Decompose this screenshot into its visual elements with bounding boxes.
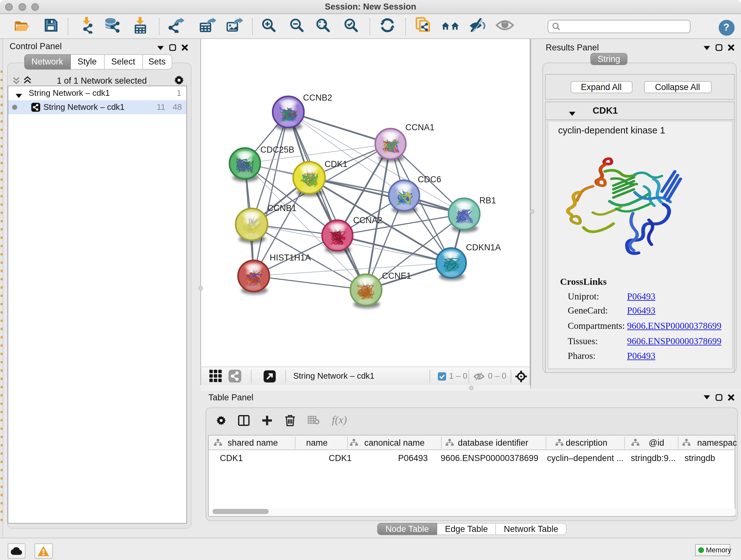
svg-text:CCNA2: CCNA2 xyxy=(353,215,382,225)
svg-text:RB1: RB1 xyxy=(479,196,496,205)
svg-text:CCNB1: CCNB1 xyxy=(267,203,296,213)
svg-text:CCNB2: CCNB2 xyxy=(302,93,332,103)
svg-text:HIST1H1A: HIST1H1A xyxy=(269,253,311,262)
svg-text:CDC6: CDC6 xyxy=(417,175,441,184)
svg-text:CDKN1A: CDKN1A xyxy=(466,243,501,252)
svg-text:CCNE1: CCNE1 xyxy=(382,271,411,281)
svg-text:CCNA1: CCNA1 xyxy=(405,123,434,132)
svg-text:CDC25B: CDC25B xyxy=(260,145,294,154)
svg-text:CDK1: CDK1 xyxy=(324,159,347,169)
